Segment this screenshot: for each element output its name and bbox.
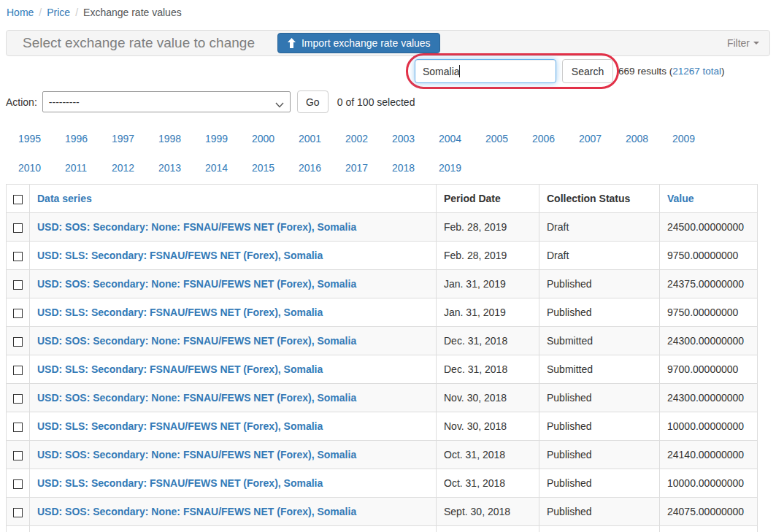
year-link-1996[interactable]: 1996 — [65, 124, 112, 153]
period-date-cell: Jan. 31, 2019 — [437, 270, 539, 298]
column-header-collection-status[interactable]: Collection Status — [547, 193, 630, 204]
search-button[interactable]: Search — [562, 59, 613, 83]
row-checkbox[interactable] — [13, 394, 23, 404]
table-row: USD: SOS: Secondary: None: FSNAU/FEWS NE… — [7, 327, 758, 355]
breadcrumb-home-link[interactable]: Home — [7, 7, 34, 18]
table-row: USD: SOS: Secondary: None: FSNAU/FEWS NE… — [7, 270, 758, 298]
filter-dropdown-toggle[interactable]: Filter — [727, 37, 759, 49]
row-checkbox[interactable] — [13, 337, 23, 347]
year-link-2008[interactable]: 2008 — [626, 124, 672, 153]
year-link-2000[interactable]: 2000 — [252, 124, 299, 153]
year-link-2011[interactable]: 2011 — [65, 153, 112, 182]
chevron-down-icon — [275, 99, 284, 110]
year-link-2017[interactable]: 2017 — [345, 153, 392, 182]
results-total-link[interactable]: 21267 total — [672, 66, 721, 77]
action-label: Action: — [6, 96, 37, 108]
value-cell: 9750.00000000 — [660, 298, 758, 327]
collection-status-cell: Draft — [539, 242, 660, 270]
year-link-2015[interactable]: 2015 — [252, 153, 299, 182]
import-button-label: Import exchange rate values — [301, 37, 431, 49]
data-series-link[interactable]: USD: SLS: Secondary: FSNAU/FEWS NET (For… — [37, 477, 323, 489]
import-exchange-rate-values-button[interactable]: Import exchange rate values — [277, 33, 440, 53]
year-link-1999[interactable]: 1999 — [205, 124, 252, 153]
chevron-down-icon — [753, 42, 759, 45]
data-series-link[interactable]: USD: SOS: Secondary: None: FSNAU/FEWS NE… — [37, 335, 356, 347]
table-header-row: Data series Period Date Collection Statu… — [7, 185, 758, 213]
value-cell: 24500.00000000 — [660, 213, 758, 242]
year-link-2006[interactable]: 2006 — [532, 124, 579, 153]
collection-status-cell: Published — [539, 498, 660, 526]
year-link-2009[interactable]: 2009 — [672, 124, 719, 153]
column-header-data-series[interactable]: Data series — [37, 193, 92, 204]
action-select[interactable]: --------- — [42, 91, 291, 112]
row-checkbox[interactable] — [13, 280, 23, 290]
data-series-link[interactable]: USD: SOS: Secondary: None: FSNAU/FEWS NE… — [37, 278, 356, 290]
results-count-suffix: ) — [721, 66, 725, 77]
breadcrumb-price-link[interactable]: Price — [47, 7, 70, 18]
row-checkbox[interactable] — [13, 223, 23, 233]
data-series-link[interactable]: USD: SOS: Secondary: None: FSNAU/FEWS NE… — [37, 392, 356, 404]
table-row-partial — [7, 526, 758, 532]
row-checkbox[interactable] — [13, 479, 23, 489]
table-row: USD: SLS: Secondary: FSNAU/FEWS NET (For… — [7, 242, 758, 270]
row-checkbox[interactable] — [13, 366, 23, 375]
year-link-2002[interactable]: 2002 — [345, 124, 392, 153]
year-link-1995[interactable]: 1995 — [18, 124, 65, 153]
table-row: USD: SLS: Secondary: FSNAU/FEWS NET (For… — [7, 298, 758, 327]
text-caret — [459, 65, 460, 77]
year-link-2010[interactable]: 2010 — [18, 153, 65, 182]
collection-status-cell: Published — [539, 469, 660, 498]
action-selected-option: --------- — [49, 96, 80, 108]
table-row: USD: SLS: Secondary: FSNAU/FEWS NET (For… — [7, 469, 758, 498]
row-checkbox[interactable] — [13, 252, 23, 261]
year-link-1998[interactable]: 1998 — [158, 124, 205, 153]
year-link-2004[interactable]: 2004 — [439, 124, 485, 153]
search-input[interactable] — [415, 59, 556, 83]
breadcrumb-separator: / — [70, 7, 83, 18]
exchange-rate-changelist-page: Home/Price/Exchange rate values Select e… — [0, 0, 776, 532]
data-series-link[interactable]: USD: SOS: Secondary: None: FSNAU/FEWS NE… — [37, 506, 356, 517]
value-cell: 24375.00000000 — [660, 270, 758, 298]
data-series-link[interactable]: USD: SOS: Secondary: None: FSNAU/FEWS NE… — [37, 221, 356, 233]
year-link-2005[interactable]: 2005 — [485, 124, 532, 153]
year-link-2007[interactable]: 2007 — [579, 124, 626, 153]
year-link-2013[interactable]: 2013 — [158, 153, 205, 182]
year-link-2019[interactable]: 2019 — [439, 153, 485, 182]
value-cell: 10000.00000000 — [660, 412, 758, 441]
period-date-cell: Jan. 31, 2019 — [437, 298, 539, 327]
table-row: USD: SOS: Secondary: None: FSNAU/FEWS NE… — [7, 441, 758, 469]
collection-status-cell: Submitted — [539, 355, 660, 384]
breadcrumb: Home/Price/Exchange rate values — [7, 7, 182, 18]
data-series-link[interactable]: USD: SLS: Secondary: FSNAU/FEWS NET (For… — [37, 363, 323, 375]
table-row: USD: SOS: Secondary: None: FSNAU/FEWS NE… — [7, 498, 758, 526]
year-link-1997[interactable]: 1997 — [112, 124, 158, 153]
year-link-2016[interactable]: 2016 — [299, 153, 345, 182]
row-checkbox[interactable] — [13, 451, 23, 460]
column-header-value[interactable]: Value — [667, 193, 694, 204]
data-series-link[interactable]: USD: SLS: Secondary: FSNAU/FEWS NET (For… — [37, 420, 323, 432]
period-date-cell: Oct. 31, 2018 — [437, 469, 539, 498]
data-series-link[interactable]: USD: SLS: Secondary: FSNAU/FEWS NET (For… — [37, 250, 323, 261]
row-checkbox[interactable] — [13, 309, 23, 318]
data-series-link[interactable]: USD: SLS: Secondary: FSNAU/FEWS NET (For… — [37, 307, 323, 318]
year-link-2001[interactable]: 2001 — [299, 124, 345, 153]
column-header-period-date[interactable]: Period Date — [444, 193, 501, 204]
year-link-2003[interactable]: 2003 — [392, 124, 439, 153]
filter-label: Filter — [727, 37, 750, 49]
value-cell: 9750.00000000 — [660, 242, 758, 270]
year-link-2018[interactable]: 2018 — [392, 153, 439, 182]
page-title: Select exchange rate value to change — [23, 35, 255, 51]
results-table: Data series Period Date Collection Statu… — [6, 184, 758, 532]
select-all-checkbox[interactable] — [13, 195, 23, 204]
table-row: USD: SLS: Secondary: FSNAU/FEWS NET (For… — [7, 412, 758, 441]
year-link-2012[interactable]: 2012 — [112, 153, 158, 182]
period-date-cell: Nov. 30, 2018 — [437, 384, 539, 412]
collection-status-cell: Draft — [539, 213, 660, 242]
breadcrumb-separator: / — [34, 7, 47, 18]
year-link-2014[interactable]: 2014 — [205, 153, 252, 182]
data-series-link[interactable]: USD: SOS: Secondary: None: FSNAU/FEWS NE… — [37, 449, 356, 460]
value-cell: 24140.00000000 — [660, 441, 758, 469]
row-checkbox[interactable] — [13, 423, 23, 432]
row-checkbox[interactable] — [13, 508, 23, 517]
go-button[interactable]: Go — [297, 90, 329, 113]
